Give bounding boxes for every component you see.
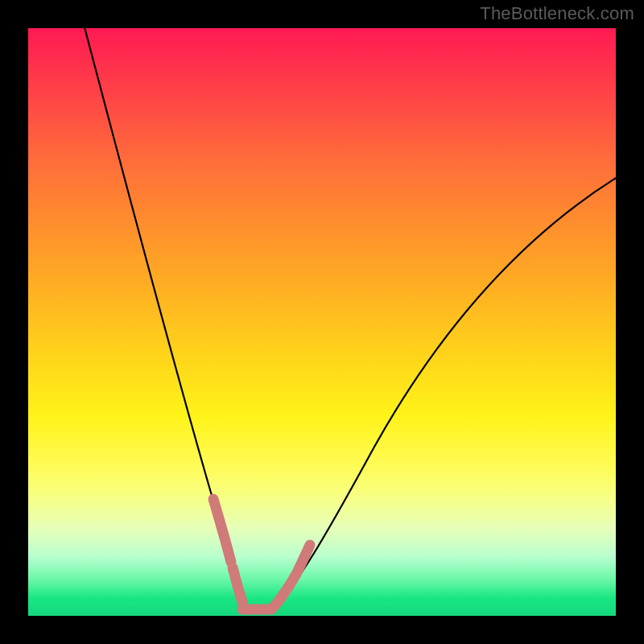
highlight-left-2: [233, 568, 242, 602]
highlight-right-1: [271, 574, 296, 609]
curve-right-branch: [270, 173, 624, 611]
plot-area: [28, 28, 616, 616]
chart-frame: TheBottleneck.com: [0, 0, 644, 644]
highlight-left-1: [213, 499, 231, 562]
highlight-right-2: [298, 545, 310, 571]
curve-svg: [28, 28, 616, 616]
watermark-text: TheBottleneck.com: [480, 3, 634, 24]
